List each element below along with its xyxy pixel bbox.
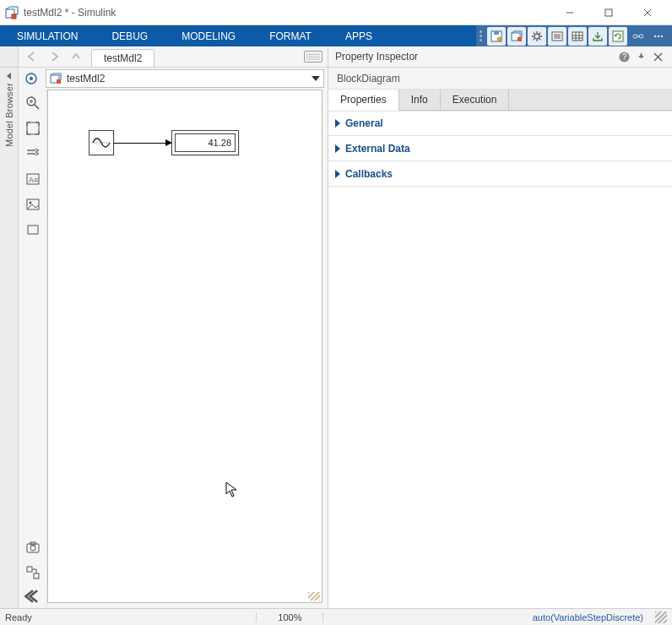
minimize-button[interactable] xyxy=(550,0,589,25)
download-tray-icon[interactable] xyxy=(588,27,607,46)
screenshot-icon[interactable] xyxy=(23,537,43,557)
fit-to-view-icon[interactable] xyxy=(23,118,43,139)
canvas-palette: A≡ xyxy=(19,90,47,608)
area-box-icon[interactable] xyxy=(23,220,43,240)
svg-point-8 xyxy=(497,37,501,41)
window-title: testMdl2 * - Simulink xyxy=(24,7,116,19)
model-canvas[interactable]: 41.28 xyxy=(47,90,322,603)
svg-rect-49 xyxy=(27,122,39,134)
property-inspector: BlockDiagram Properties Info Execution G… xyxy=(328,68,672,608)
inspector-subject: BlockDiagram xyxy=(328,68,672,90)
chevron-right-icon xyxy=(335,170,340,178)
toggle-perspective-icon[interactable] xyxy=(23,144,43,164)
window-titlebar: testMdl2 * - Simulink xyxy=(0,0,672,25)
svg-rect-44 xyxy=(57,79,61,84)
svg-rect-24 xyxy=(572,32,583,41)
model-tab-active[interactable]: testMdl2 xyxy=(91,49,154,67)
svg-line-19 xyxy=(534,38,534,39)
svg-text:A≡: A≡ xyxy=(29,176,38,184)
toolstrip: SIMULATION DEBUG MODELING FORMAT APPS xyxy=(0,25,672,46)
solver-link[interactable]: auto(VariableStepDiscrete) xyxy=(524,612,652,622)
link-icon[interactable] xyxy=(629,27,648,46)
chevron-right-icon xyxy=(335,119,340,128)
model-browser-panel[interactable]: Model Browser xyxy=(0,68,19,608)
svg-point-11 xyxy=(534,34,539,39)
svg-line-16 xyxy=(534,32,534,33)
close-panel-icon[interactable] xyxy=(650,49,665,64)
inspector-tab-execution[interactable]: Execution xyxy=(441,90,510,110)
nav-up-button[interactable] xyxy=(66,48,86,65)
breadcrumb-text: testMdl2 xyxy=(67,73,105,84)
status-text: Ready xyxy=(5,612,56,622)
resize-grip-icon xyxy=(655,611,667,623)
app-icon xyxy=(5,6,19,19)
canvas-column: testMdl2 A≡ xyxy=(19,68,328,608)
tab-modeling[interactable]: MODELING xyxy=(165,25,252,46)
svg-point-59 xyxy=(30,546,35,551)
keyboard-shortcuts-icon[interactable] xyxy=(304,51,322,62)
sine-wave-block[interactable] xyxy=(89,130,114,155)
inspector-tab-info[interactable]: Info xyxy=(399,90,441,110)
model-tabs: testMdl2 xyxy=(89,46,154,67)
tab-debug[interactable]: DEBUG xyxy=(95,25,165,46)
collapse-palette-icon[interactable] xyxy=(23,588,43,605)
chevron-down-icon xyxy=(312,76,320,81)
svg-rect-60 xyxy=(27,567,32,572)
svg-rect-3 xyxy=(605,9,612,16)
inspector-header: Property Inspector ? xyxy=(328,46,672,67)
tab-simulation[interactable]: SIMULATION xyxy=(0,25,95,46)
resize-grip-icon xyxy=(308,592,320,601)
zoom-icon[interactable] xyxy=(23,93,43,113)
section-label: Callbacks xyxy=(345,168,393,180)
svg-point-55 xyxy=(29,202,31,204)
section-general[interactable]: General xyxy=(328,111,672,136)
inspector-title: Property Inspector xyxy=(335,51,615,62)
help-icon[interactable]: ? xyxy=(616,49,631,64)
model-reference-icon[interactable] xyxy=(23,562,43,583)
refresh-boxed-icon[interactable] xyxy=(609,27,627,46)
section-callbacks[interactable]: Callbacks xyxy=(328,161,672,187)
svg-line-18 xyxy=(539,32,540,33)
svg-rect-61 xyxy=(34,573,39,579)
navigation-row: testMdl2 Property Inspector ? xyxy=(0,46,672,68)
annotation-text-icon[interactable]: A≡ xyxy=(23,169,43,189)
svg-rect-10 xyxy=(518,37,522,41)
inspector-tab-properties[interactable]: Properties xyxy=(328,90,399,111)
quick-access-toolbar xyxy=(476,25,672,46)
section-external-data[interactable]: External Data xyxy=(328,136,672,161)
close-button[interactable] xyxy=(628,0,667,25)
main-area: Model Browser testMdl2 A≡ xyxy=(0,68,672,608)
breadcrumb[interactable]: testMdl2 xyxy=(46,69,324,88)
svg-rect-1 xyxy=(12,14,16,19)
list-outline-icon[interactable] xyxy=(548,27,566,46)
grid-icon[interactable] xyxy=(568,27,587,46)
more-icon[interactable] xyxy=(649,27,668,46)
zoom-level[interactable]: 100% xyxy=(256,612,323,622)
svg-rect-30 xyxy=(613,31,623,41)
svg-point-34 xyxy=(654,35,657,37)
canvas-wrap: A≡ 41.28 xyxy=(19,90,328,608)
inspector-body: General External Data Callbacks xyxy=(328,111,672,608)
gear-icon[interactable] xyxy=(528,27,546,46)
image-icon[interactable] xyxy=(23,194,43,215)
svg-point-36 xyxy=(661,35,664,37)
pin-icon[interactable] xyxy=(633,49,648,64)
breadcrumb-row: testMdl2 xyxy=(19,68,328,90)
nav-back-button[interactable] xyxy=(22,48,42,65)
nav-forward-button[interactable] xyxy=(44,48,64,65)
svg-text:?: ? xyxy=(621,52,626,62)
display-block[interactable]: 41.28 xyxy=(171,130,239,155)
model-hierarchy-icon[interactable] xyxy=(22,69,41,88)
tab-format[interactable]: FORMAT xyxy=(252,25,328,46)
mouse-cursor-icon xyxy=(225,481,237,498)
quickbar-handle-icon[interactable] xyxy=(480,30,485,41)
svg-rect-7 xyxy=(494,31,499,35)
maximize-button[interactable] xyxy=(589,0,628,25)
signal-line[interactable] xyxy=(114,143,171,144)
inspector-tabs: Properties Info Execution xyxy=(328,90,672,111)
tab-apps[interactable]: APPS xyxy=(328,25,389,46)
open-with-badge-icon[interactable] xyxy=(507,27,526,46)
save-icon[interactable] xyxy=(487,27,506,46)
svg-line-46 xyxy=(35,105,39,109)
model-browser-label: Model Browser xyxy=(4,83,14,147)
